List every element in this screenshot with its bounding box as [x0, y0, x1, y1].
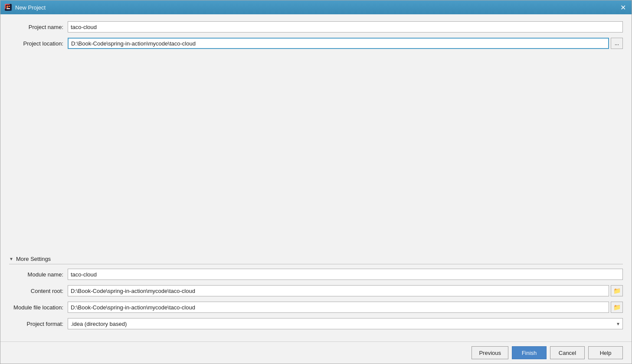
project-format-select[interactable]: .idea (directory based) .ipr (file based… [68, 318, 623, 329]
dialog-title: New Project [15, 4, 46, 11]
project-name-row: Project name: [9, 21, 623, 32]
more-settings-section: ▼ More Settings Module name: Content roo… [9, 256, 623, 335]
project-location-browse-button[interactable]: ... [611, 38, 623, 49]
more-settings-header: ▼ More Settings [9, 256, 623, 264]
module-name-row: Module name: [9, 269, 623, 280]
project-name-input[interactable] [68, 21, 623, 32]
folder-icon-2: 📁 [613, 304, 621, 311]
title-bar-left: New Project [5, 4, 46, 11]
content-root-label: Content root: [9, 288, 68, 294]
module-file-location-row: Module file location: 📁 [9, 302, 623, 313]
content-root-browse-button[interactable]: 📁 [611, 285, 623, 296]
new-project-dialog: New Project ✕ Project name: Project loca… [0, 0, 632, 364]
project-location-input-group: ... [68, 38, 623, 49]
project-location-row: Project location: ... [9, 38, 623, 49]
content-spacer [9, 54, 623, 251]
folder-icon: 📁 [613, 287, 621, 294]
project-format-select-wrapper: .idea (directory based) .ipr (file based… [68, 318, 623, 329]
cancel-button[interactable]: Cancel [550, 346, 585, 359]
collapse-arrow-icon[interactable]: ▼ [9, 257, 13, 261]
intellij-logo-icon [5, 4, 12, 11]
svg-rect-3 [9, 6, 10, 7]
module-file-location-input-group: 📁 [68, 302, 623, 313]
dialog-content: Project name: Project location: ... ▼ Mo… [0, 14, 632, 341]
content-root-input[interactable] [68, 285, 609, 296]
svg-rect-1 [7, 6, 8, 8]
svg-rect-2 [7, 8, 10, 9]
module-file-location-label: Module file location: [9, 304, 68, 311]
project-location-input[interactable] [68, 38, 609, 49]
module-file-location-input[interactable] [68, 302, 609, 313]
more-settings-label: More Settings [16, 256, 51, 262]
module-file-location-browse-button[interactable]: 📁 [611, 302, 623, 313]
project-format-label: Project format: [9, 321, 68, 327]
content-root-input-group: 📁 [68, 285, 623, 296]
content-root-row: Content root: 📁 [9, 285, 623, 296]
close-button[interactable]: ✕ [619, 3, 627, 12]
dialog-footer: Previous Finish Cancel Help [0, 341, 632, 364]
module-name-input[interactable] [68, 269, 623, 280]
title-bar: New Project ✕ [0, 0, 632, 14]
finish-button[interactable]: Finish [512, 346, 547, 359]
help-button[interactable]: Help [588, 346, 623, 359]
previous-button[interactable]: Previous [472, 346, 508, 359]
project-format-row: Project format: .idea (directory based) … [9, 318, 623, 329]
project-location-label: Project location: [9, 40, 68, 47]
project-name-label: Project name: [9, 24, 68, 30]
module-name-label: Module name: [9, 271, 68, 278]
